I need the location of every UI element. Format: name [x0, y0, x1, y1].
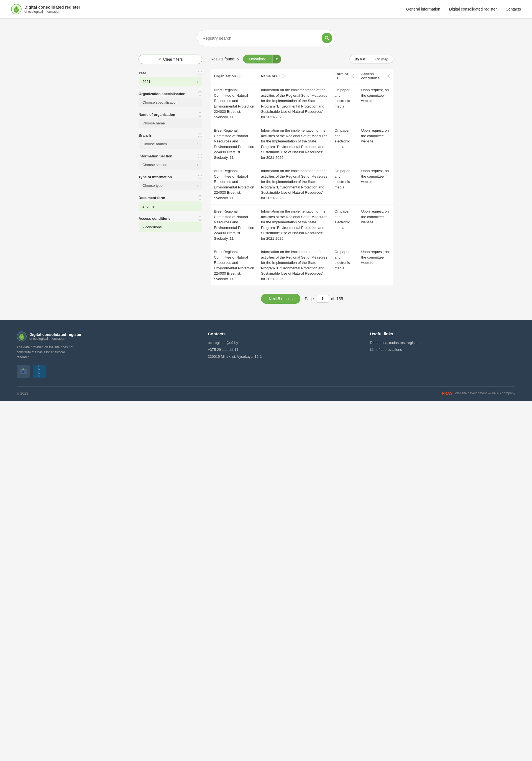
nav-contacts[interactable]: Contacts — [506, 7, 521, 11]
clear-filters-button[interactable]: ✕ Clear filters — [139, 55, 202, 64]
doc-form-chevron-icon: › — [197, 204, 199, 208]
cell-organization: Brest Regional Committee of Natural Reso… — [210, 124, 258, 164]
specialisation-chevron-icon: › — [197, 100, 199, 104]
table-header: Organization i Name of EI i — [210, 69, 393, 83]
results-area: Results found: 5 Download ▾ By list On m… — [210, 55, 393, 304]
cell-form-ei: On paper and electronic media — [331, 83, 358, 124]
footer-brand: Digital consolidated register of ecologi… — [17, 331, 191, 378]
footer-bottom: © 2023 PRAS Website development — PRAS c… — [17, 386, 515, 395]
page-input[interactable] — [316, 295, 329, 303]
clear-filters-label: Clear filters — [163, 57, 183, 62]
table-row: Brest Regional Committee of Natural Reso… — [210, 83, 393, 124]
cell-access: Upon request, on the committee website — [358, 164, 393, 205]
footer-logo-row: Digital consolidated register of ecologi… — [17, 331, 191, 341]
cell-access: Upon request, on the committee website — [358, 245, 393, 286]
year-chevron-icon: › — [197, 80, 199, 84]
cell-organization: Brest Regional Committee of Natural Reso… — [210, 245, 258, 286]
cell-form-ei: On paper and electronic media — [331, 245, 358, 286]
specialisation-info-icon[interactable]: i — [198, 91, 202, 96]
filter-label-section: Information Section — [139, 154, 172, 158]
footer-top: Digital consolidated register of ecologi… — [17, 331, 515, 378]
year-info-icon[interactable]: i — [198, 71, 202, 75]
page-label: Page — [305, 297, 314, 301]
footer-contacts: Contacts ecoregister@u9.by +375 29 111-1… — [208, 331, 353, 378]
filter-select-access[interactable]: 2 conditions › — [139, 222, 202, 232]
org-name-placeholder: Choose name — [143, 121, 165, 125]
access-info-icon[interactable]: i — [198, 216, 202, 221]
filter-group-org-name: Name of organization i Choose name › — [139, 112, 202, 128]
cell-form-ei: On paper and electronic media — [331, 124, 358, 164]
filter-select-org-name[interactable]: Choose name › — [139, 118, 202, 128]
col-access: Access conditions i — [358, 69, 393, 83]
org-name-chevron-icon: › — [197, 121, 199, 125]
cell-form-ei: On paper and electronic media — [331, 205, 358, 245]
cell-name-ei: Information on the implementation of the… — [258, 205, 331, 245]
section-placeholder: Choose section — [143, 163, 167, 167]
doc-form-info-icon[interactable]: i — [198, 195, 202, 200]
search-bar — [197, 29, 335, 46]
badge-undp: UNDP — [33, 365, 46, 378]
footer-email: ecoregister@u9.by — [208, 341, 353, 345]
org-col-info-icon[interactable]: i — [237, 74, 241, 78]
form-ei-col-info-icon[interactable]: i — [351, 74, 354, 78]
cell-access: Upon request, on the committee website — [358, 83, 393, 124]
filter-group-specialisation: Organization specialisation i Choose spe… — [139, 91, 202, 107]
footer: Digital consolidated register of ecologi… — [0, 321, 532, 401]
filter-label-info-type: Type of information — [139, 175, 172, 179]
specialisation-placeholder: Choose specialisation — [143, 100, 177, 104]
view-toggle: By list On map — [349, 55, 393, 63]
search-button[interactable] — [322, 33, 332, 43]
filter-select-doc-form[interactable]: 2 forms › — [139, 202, 202, 211]
info-type-info-icon[interactable]: i — [198, 175, 202, 179]
footer-copyright: © 2023 — [17, 391, 28, 395]
header-nav: General information Digital consolidated… — [406, 7, 521, 11]
name-ei-col-info-icon[interactable]: i — [281, 74, 285, 78]
search-icon — [325, 36, 329, 40]
info-type-chevron-icon: › — [197, 184, 199, 188]
filter-select-year[interactable]: 2021 › — [139, 77, 202, 87]
svg-line-4 — [328, 39, 329, 40]
footer-contacts-title: Contacts — [208, 331, 353, 336]
branch-info-icon[interactable]: i — [198, 133, 202, 138]
filter-group-doc-form: Document form i 2 forms › — [139, 195, 202, 211]
header: Digital consolidated register of ecologi… — [0, 0, 532, 19]
org-name-info-icon[interactable]: i — [198, 112, 202, 117]
col-name-ei: Name of EI i — [258, 69, 331, 83]
download-button[interactable]: Download — [243, 55, 272, 63]
pras-label: Website development — PRAS company — [455, 391, 515, 395]
access-col-info-icon[interactable]: i — [387, 74, 390, 78]
filter-group-info-type: Type of information i Choose type › — [139, 175, 202, 190]
col-organization: Organization i — [210, 69, 258, 83]
filter-select-section[interactable]: Choose section › — [139, 160, 202, 170]
search-input[interactable] — [203, 36, 320, 40]
filter-group-branch: Branch i Choose branch › — [139, 133, 202, 149]
footer-link-databases[interactable]: Databases, cadastres, registers — [370, 341, 515, 345]
section-info-icon[interactable]: i — [198, 154, 202, 158]
footer-address: 220015 Minsk, st. Vysokaya, 12-1 — [208, 354, 353, 359]
svg-rect-9 — [23, 371, 24, 373]
filter-group-section: Information Section i Choose section › — [139, 154, 202, 170]
cell-organization: Brest Regional Committee of Natural Reso… — [210, 205, 258, 245]
footer-pras: PRAS Website development — PRAS company — [442, 391, 515, 395]
filter-select-specialisation[interactable]: Choose specialisation › — [139, 97, 202, 107]
nav-register[interactable]: Digital consolidated register — [449, 7, 497, 11]
nav-general-info[interactable]: General information — [406, 7, 440, 11]
filter-select-info-type[interactable]: Choose type › — [139, 181, 202, 190]
filter-label-year: Year — [139, 71, 146, 75]
view-map-button[interactable]: On map — [371, 55, 393, 63]
download-arrow-button[interactable]: ▾ — [272, 55, 281, 63]
footer-logo-text-main: Digital consolidated register — [30, 332, 82, 337]
total-pages: 155 — [336, 297, 343, 301]
section-chevron-icon: › — [197, 163, 199, 167]
cell-access: Upon request, on the committee website — [358, 124, 393, 164]
footer-link-abbreviations[interactable]: List of abbreviations — [370, 348, 515, 352]
year-value: 2021 — [143, 80, 150, 84]
view-list-button[interactable]: By list — [350, 55, 371, 63]
main-content: ✕ Clear filters Year i 2021 › — [0, 19, 532, 321]
cell-name-ei: Information on the implementation of the… — [258, 245, 331, 286]
next-results-button[interactable]: Next 5 results — [261, 294, 300, 304]
pagination: Next 5 results Page of 155 — [210, 294, 393, 304]
download-btn-group: Download ▾ — [243, 55, 281, 63]
filter-select-branch[interactable]: Choose branch › — [139, 139, 202, 149]
results-table: Organization i Name of EI i — [210, 69, 393, 285]
